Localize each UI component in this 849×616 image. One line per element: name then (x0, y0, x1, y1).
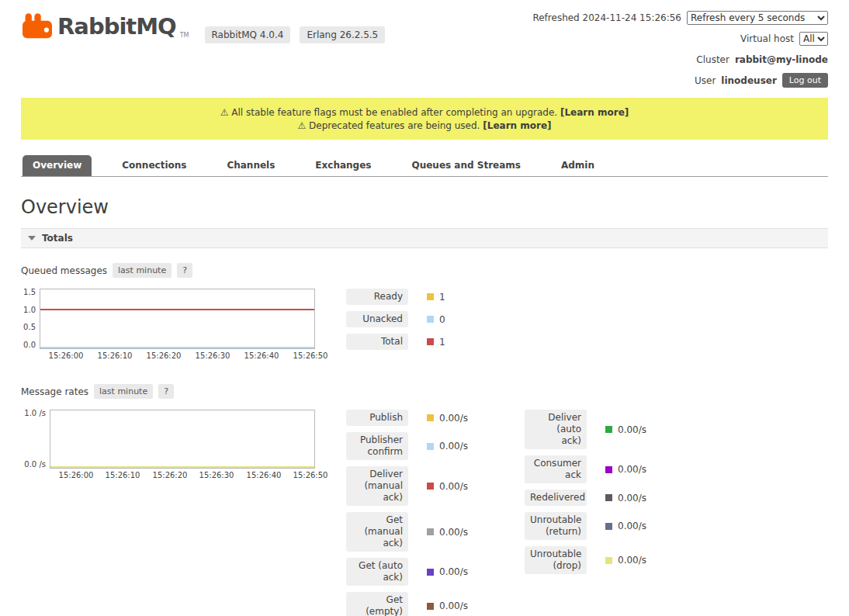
legend-row-publish: Publish0.00/s (346, 410, 525, 426)
message-rates-chart: 1.0 /s0.0 /s15:26:0015:26:1015:26:2015:2… (21, 410, 315, 480)
x-axis-tick: 15:26:40 (244, 351, 279, 360)
legend-row-ready: Ready1 (346, 289, 445, 305)
tab-connections[interactable]: Connections (112, 155, 196, 176)
legend-label: Redelivered (525, 490, 587, 506)
legend-swatch-icon (427, 569, 434, 576)
legend-row-get-empty: Get (empty)0.00/s (346, 592, 525, 616)
legend-swatch-icon (427, 293, 434, 300)
y-axis-tick: 1.0 (23, 306, 36, 314)
tab-queues-and-streams[interactable]: Queues and Streams (401, 155, 530, 176)
legend-label: Ready (346, 289, 408, 305)
plot-area-rates (50, 410, 315, 469)
legend-value: 1 (439, 337, 445, 348)
header-right: Refreshed 2024-11-24 15:26:56 Refresh ev… (532, 9, 828, 93)
y-axis-tick: 0.0 /s (24, 461, 46, 469)
queued-messages-title: Queued messages (21, 265, 107, 276)
legend-label: Deliver (manual ack) (346, 466, 408, 506)
deprecated-features-warning-text: ⚠ Deprecated features are being used. (297, 120, 480, 131)
series-line-unroutable-drop (50, 466, 314, 468)
y-axis-tick: 0.5 (23, 324, 36, 331)
rabbitmq-logo-icon (21, 12, 54, 42)
version-badges: RabbitMQ 4.0.4 Erlang 26.2.5.5 (205, 26, 386, 43)
legend-value: 0.00/s (439, 481, 468, 492)
legend-value: 0.00/s (439, 441, 468, 452)
rabbitmq-version-badge: RabbitMQ 4.0.4 (205, 26, 291, 43)
legend-label: Get (empty) (346, 592, 408, 616)
legend-column-1: Publish0.00/sPublisher confirm0.00/sDeli… (346, 410, 525, 616)
chart-area-queued: 1.51.00.50.0 (21, 289, 315, 349)
user-name: linodeuser (721, 75, 776, 86)
x-axis: 15:26:0015:26:1015:26:2015:26:3015:26:40… (50, 469, 315, 480)
x-axis-tick: 15:26:00 (49, 351, 84, 360)
y-axis-tick: 0.0 (23, 341, 36, 349)
legend-label: Unacked (346, 311, 408, 327)
page-title: Overview (21, 196, 828, 218)
x-axis-tick: 15:26:50 (293, 471, 328, 479)
user-label: User (695, 75, 716, 86)
legend-value: 0.00/s (439, 527, 468, 538)
legend-label: Unroutable (return) (525, 512, 587, 540)
x-axis: 15:26:0015:26:1015:26:2015:26:3015:26:40… (40, 349, 315, 361)
legend-label: Consumer ack (525, 455, 587, 483)
series-line-total (40, 309, 314, 310)
virtual-host-select[interactable]: All (799, 32, 828, 46)
legend-label: Unroutable (drop) (525, 546, 587, 574)
legend-row-deliver-auto-ack: Deliver (auto ack)0.00/s (525, 410, 703, 449)
legend-row-get-manual-ack: Get (manual ack)0.00/s (346, 512, 525, 552)
legend-label: Publisher confirm (346, 432, 408, 460)
rates-help-button[interactable]: ? (158, 384, 174, 399)
logout-button[interactable]: Log out (782, 73, 828, 88)
queued-range-selector[interactable]: last minute (113, 263, 172, 278)
legend-row-total: Total1 (346, 334, 445, 350)
queued-messages-block: 1.51.00.50.015:26:0015:26:1015:26:2015:2… (21, 289, 828, 361)
legend-swatch-icon (427, 414, 434, 421)
x-axis-tick: 15:26:10 (106, 471, 140, 479)
legend-row-publisher-confirm: Publisher confirm0.00/s (346, 432, 525, 460)
legend-swatch-icon (427, 443, 434, 450)
legend-value: 0.00/s (618, 493, 646, 504)
x-axis-tick: 15:26:10 (98, 351, 133, 360)
legend-swatch-icon (427, 528, 434, 535)
legend-value: 0 (439, 314, 445, 325)
legend-label: Publish (346, 410, 408, 426)
tab-exchanges[interactable]: Exchanges (305, 155, 381, 176)
rabbitmq-logo[interactable]: RabbitMQ TM (21, 9, 189, 42)
queued-help-button[interactable]: ? (177, 263, 192, 278)
totals-section-header[interactable]: Totals (21, 228, 828, 248)
x-axis-tick: 15:26:30 (196, 351, 230, 360)
collapse-triangle-icon (28, 236, 36, 241)
tab-channels[interactable]: Channels (217, 155, 285, 176)
legend-row-unroutable-drop: Unroutable (drop)0.00/s (525, 546, 703, 574)
logo-text: RabbitMQ (57, 12, 176, 40)
message-rates-header: Message rates last minute ? (21, 384, 828, 399)
legend-swatch-icon (605, 494, 612, 501)
legend-swatch-icon (427, 338, 434, 345)
deprecated-learn-more-link[interactable]: [Learn more] (483, 120, 551, 131)
page: RabbitMQ TM RabbitMQ 4.0.4 Erlang 26.2.5… (0, 0, 849, 616)
plot-area-queued (40, 289, 315, 349)
tab-overview[interactable]: Overview (23, 155, 92, 176)
y-axis: 1.51.00.50.0 (21, 289, 40, 349)
legend-label: Get (auto ack) (346, 558, 408, 586)
trademark-label: TM (180, 32, 189, 42)
legend-swatch-icon (605, 557, 612, 564)
x-axis-tick: 15:26:50 (293, 351, 328, 360)
legend-label: Total (346, 334, 408, 350)
rates-range-selector[interactable]: last minute (94, 384, 153, 399)
feature-flags-warning-text: ⚠ All stable feature flags must be enabl… (220, 107, 557, 118)
x-axis-tick: 15:26:40 (247, 471, 282, 479)
legend-row-unacked: Unacked0 (346, 311, 445, 327)
queued-messages-chart: 1.51.00.50.015:26:0015:26:1015:26:2015:2… (21, 289, 315, 361)
header-left: RabbitMQ TM RabbitMQ 4.0.4 Erlang 26.2.5… (21, 9, 385, 93)
y-axis-tick: 1.0 /s (24, 410, 46, 417)
refresh-interval-select[interactable]: Refresh every 5 seconds (687, 11, 828, 25)
deprecated-features-warning: ⚠ Deprecated features are being used. [L… (21, 120, 828, 131)
erlang-version-badge: Erlang 26.2.5.5 (300, 26, 385, 43)
cluster-label: Cluster (696, 54, 729, 65)
legend-value: 0.00/s (439, 566, 468, 577)
legend-value: 0.00/s (439, 413, 468, 424)
legend-value: 0.00/s (618, 521, 646, 531)
tab-admin[interactable]: Admin (551, 155, 605, 176)
feature-flags-learn-more-link[interactable]: [Learn more] (560, 107, 629, 118)
feature-flags-warning: ⚠ All stable feature flags must be enabl… (21, 107, 828, 118)
